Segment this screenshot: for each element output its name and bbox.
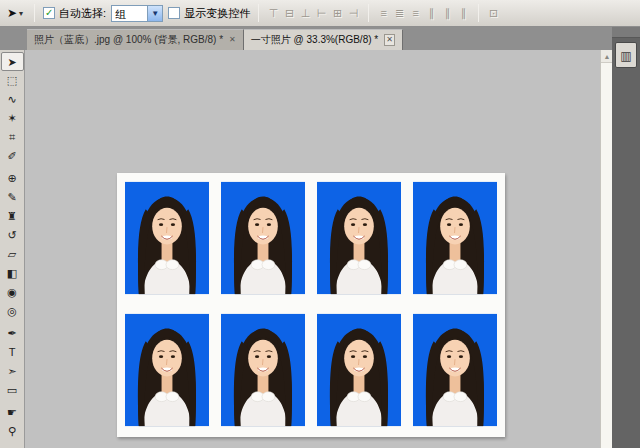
tool-zoom[interactable]: ⚲ <box>1 422 24 441</box>
distribute-top-edges-icon: ≡ <box>377 6 390 21</box>
align-bottom-edges-icon: ⊥ <box>299 6 312 21</box>
path-selection-tool-icon: ➣ <box>7 365 16 377</box>
tool-path-selection[interactable]: ➣ <box>1 362 24 381</box>
tool-pen[interactable]: ✒ <box>1 324 24 343</box>
align-top-edges-icon: ⊤ <box>267 6 280 21</box>
tab-document-2[interactable]: 一寸照片 @ 33.3%(RGB/8) * ✕ <box>244 29 403 50</box>
distribute-icon-group: ≡ ≣ ≡ ∥ ∥ ∥ <box>377 6 470 21</box>
id-photo <box>221 313 305 427</box>
id-photo <box>125 181 209 295</box>
show-transform-group: 显示变换控件 <box>168 6 250 21</box>
tool-preset-picker[interactable]: ➤ ▾ <box>4 5 26 21</box>
distribute-right-edges-icon: ∥ <box>457 6 470 21</box>
crop-tool-icon: ⌗ <box>9 131 15 143</box>
eraser-tool-icon: ▱ <box>8 248 16 260</box>
distribute-vertical-centers-icon: ≣ <box>393 6 406 21</box>
dodge-tool-icon: ◎ <box>7 305 17 317</box>
auto-select-label: 自动选择: <box>59 6 106 21</box>
type-tool-icon: T <box>9 346 16 358</box>
id-photo <box>317 181 401 295</box>
dropdown-arrow-icon[interactable]: ▼ <box>147 6 162 21</box>
close-icon[interactable]: ✕ <box>384 34 395 46</box>
tool-move[interactable]: ➤ <box>1 52 24 71</box>
distribute-bottom-edges-icon: ≡ <box>409 6 422 21</box>
gradient-tool-icon: ◧ <box>7 267 17 279</box>
tool-lasso[interactable]: ∿ <box>1 90 24 109</box>
move-tool-icon: ➤ <box>7 56 16 68</box>
close-icon[interactable]: ✕ <box>229 35 236 45</box>
lasso-tool-icon: ∿ <box>7 93 16 105</box>
distribute-horizontal-centers-icon: ∥ <box>441 6 454 21</box>
options-bar: ➤ ▾ ✓ 自动选择: 组 ▼ 显示变换控件 ⊤ ⊟ ⊥ ⊢ ⊞ ⊣ ≡ ≣ <box>0 0 640 27</box>
dock-header <box>612 27 640 38</box>
tool-dodge[interactable]: ◎ <box>1 302 24 321</box>
tool-magic-wand[interactable]: ✶ <box>1 109 24 128</box>
auto-select-group: ✓ 自动选择: <box>43 6 106 21</box>
tool-rectangle-shape[interactable]: ▭ <box>1 381 24 400</box>
divider <box>478 4 479 22</box>
id-photo <box>317 313 401 427</box>
move-tool-icon: ➤ <box>7 6 17 20</box>
show-transform-checkbox[interactable] <box>168 7 180 19</box>
tool-blur[interactable]: ◉ <box>1 283 24 302</box>
toolbox: ➤ ⬚ ∿ ✶ ⌗ ✐ ⊕ ✎ ♜ ↺ ▱ ◧ ◉ ◎ ✒ T ➣ ▭ ☛ ⚲ <box>0 50 25 448</box>
id-photo <box>413 313 497 427</box>
align-horizontal-centers-icon: ⊞ <box>331 6 344 21</box>
panel-dock: ▥ <box>612 27 640 448</box>
show-transform-label: 显示变换控件 <box>184 6 250 21</box>
tab-document-1[interactable]: 照片（蓝底）.jpg @ 100% (背景, RGB/8) * ✕ <box>27 29 244 50</box>
tool-rectangular-marquee[interactable]: ⬚ <box>1 71 24 90</box>
tool-type[interactable]: T <box>1 343 24 362</box>
tool-hand[interactable]: ☛ <box>1 403 24 422</box>
tab-bar: 照片（蓝底）.jpg @ 100% (背景, RGB/8) * ✕ 一寸照片 @… <box>0 27 612 50</box>
tool-spot-healing-brush[interactable]: ⊕ <box>1 169 24 188</box>
divider <box>34 4 35 22</box>
panel-icon: ▥ <box>620 49 631 63</box>
tool-gradient[interactable]: ◧ <box>1 264 24 283</box>
photo-sheet <box>117 173 505 437</box>
tool-eraser[interactable]: ▱ <box>1 245 24 264</box>
layer-group-select[interactable]: 组 ▼ <box>111 5 163 22</box>
marquee-tool-icon: ⬚ <box>7 74 17 86</box>
blur-tool-icon: ◉ <box>7 286 17 298</box>
healing-brush-tool-icon: ⊕ <box>7 172 16 184</box>
layer-group-value: 组 <box>112 6 147 21</box>
eyedropper-tool-icon: ✐ <box>7 150 16 162</box>
collapsed-panel-button[interactable]: ▥ <box>615 42 637 68</box>
distribute-left-edges-icon: ∥ <box>425 6 438 21</box>
align-left-edges-icon: ⊢ <box>315 6 328 21</box>
tool-history-brush[interactable]: ↺ <box>1 226 24 245</box>
id-photo <box>125 313 209 427</box>
hand-tool-icon: ☛ <box>7 406 17 418</box>
tool-crop[interactable]: ⌗ <box>1 128 24 147</box>
id-photo <box>413 181 497 295</box>
history-brush-tool-icon: ↺ <box>7 229 16 241</box>
id-photo <box>221 181 305 295</box>
align-right-edges-icon: ⊣ <box>347 6 360 21</box>
tab-title: 一寸照片 @ 33.3%(RGB/8) * <box>251 33 378 47</box>
align-icon-group: ⊤ ⊟ ⊥ ⊢ ⊞ ⊣ <box>267 6 360 21</box>
divider <box>258 4 259 22</box>
pen-tool-icon: ✒ <box>7 327 16 339</box>
brush-tool-icon: ✎ <box>7 191 16 203</box>
tool-eyedropper[interactable]: ✐ <box>1 147 24 166</box>
auto-align-layers-icon: ⊡ <box>487 6 500 21</box>
magic-wand-tool-icon: ✶ <box>7 112 16 124</box>
chevron-down-icon: ▾ <box>19 9 23 18</box>
divider <box>368 4 369 22</box>
photoshop-window: ➤ ▾ ✓ 自动选择: 组 ▼ 显示变换控件 ⊤ ⊟ ⊥ ⊢ ⊞ ⊣ ≡ ≣ <box>0 0 640 448</box>
auto-select-checkbox[interactable]: ✓ <box>43 7 55 19</box>
zoom-tool-icon: ⚲ <box>8 425 16 437</box>
vertical-scrollbar[interactable]: ▲ <box>600 50 612 448</box>
document-canvas[interactable] <box>25 50 600 448</box>
clone-stamp-tool-icon: ♜ <box>7 210 17 222</box>
tool-clone-stamp[interactable]: ♜ <box>1 207 24 226</box>
rectangle-tool-icon: ▭ <box>7 384 17 396</box>
tab-title: 照片（蓝底）.jpg @ 100% (背景, RGB/8) * <box>34 33 223 47</box>
align-vertical-centers-icon: ⊟ <box>283 6 296 21</box>
tool-brush[interactable]: ✎ <box>1 188 24 207</box>
